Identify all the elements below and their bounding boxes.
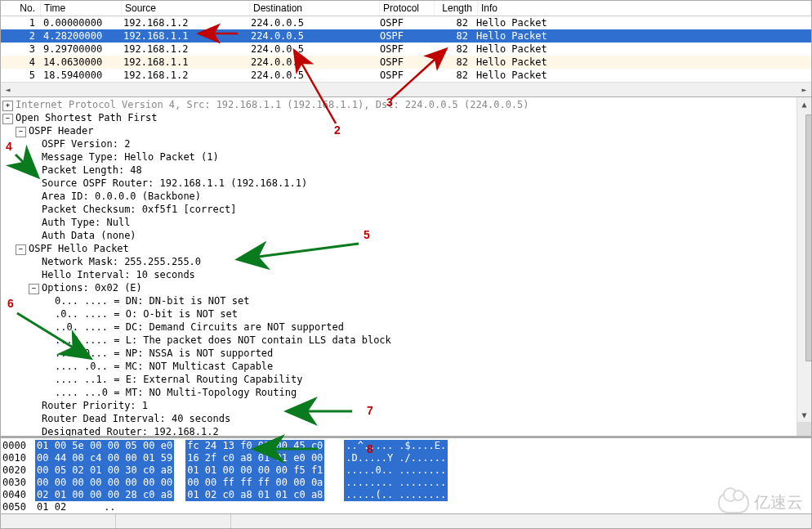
ospf-src-router[interactable]: Source OSPF Router: 192.168.1.1 (192.168… [2, 177, 811, 190]
cell: 5 [1, 69, 40, 82]
hello-priority[interactable]: Router Priority: 1 [2, 399, 811, 412]
cell: 82 [431, 43, 473, 56]
hex-offset: 0000 [2, 440, 35, 452]
scroll-down-icon[interactable]: ▼ [797, 408, 811, 422]
hello-mask[interactable]: Network Mask: 255.255.255.0 [2, 255, 811, 268]
cell: OSPF [377, 69, 431, 82]
ospf-version[interactable]: OSPF Version: 2 [2, 137, 811, 150]
cloud-icon [718, 492, 749, 513]
hex-bytes: 01 02 [35, 501, 68, 513]
watermark-text: 亿速云 [754, 491, 803, 513]
opt-l[interactable]: ...0 .... = L: The packet does NOT conta… [2, 334, 811, 347]
opt-np[interactable]: .... 0... = NP: NSSA is NOT supported [2, 347, 811, 360]
hex-bytes: fc 24 13 f0 08 00 45 c0 [185, 440, 324, 452]
hello-dead[interactable]: Router Dead Interval: 40 seconds [2, 412, 811, 425]
opt-mt[interactable]: .... ...0 = MT: NO Multi-Topology Routin… [2, 386, 811, 399]
packet-row[interactable]: 24.28200000192.168.1.1224.0.0.5OSPF82Hel… [1, 29, 811, 43]
ospf-checksum[interactable]: Packet Checksum: 0xf5f1 [correct] [2, 203, 811, 216]
ospf-hello-line[interactable]: −OSPF Hello Packet [2, 242, 811, 255]
status-cell [1, 514, 116, 528]
ospf-area[interactable]: Area ID: 0.0.0.0 (Backbone) [2, 190, 811, 203]
opt-o[interactable]: .0.. .... = O: O-bit is NOT set [2, 307, 811, 321]
ospf-authdata[interactable]: Auth Data (none) [2, 229, 811, 242]
cell: OSPF [377, 29, 431, 43]
hex-line[interactable]: 004002 01 00 00 00 28 c0 a801 02 c0 a8 0… [2, 489, 811, 501]
scroll-left-icon[interactable]: ◄ [1, 83, 15, 96]
collapse-icon[interactable]: − [29, 284, 39, 294]
hex-ascii: ..^..... .$....E. [344, 440, 448, 452]
packet-row[interactable]: 414.0630000192.168.1.1224.0.0.5OSPF82Hel… [1, 56, 811, 69]
collapse-icon[interactable]: − [2, 114, 13, 124]
cell: Hello Packet [473, 43, 811, 56]
hello-interval[interactable]: Hello Interval: 10 seconds [2, 268, 811, 281]
hex-ascii: .....(.. ........ [344, 489, 448, 501]
scroll-up-icon[interactable]: ▲ [797, 97, 811, 111]
scroll-right-icon[interactable]: ► [797, 83, 811, 96]
vscroll-thumb[interactable] [805, 114, 812, 361]
cell: 192.168.1.2 [120, 69, 248, 82]
hex-bytes: 01 00 5e 00 00 05 00 e0 [35, 440, 174, 452]
cell: 224.0.0.5 [248, 69, 377, 82]
packet-row[interactable]: 518.5940000192.168.1.2224.0.0.5OSPF82Hel… [1, 69, 811, 82]
status-bar [1, 513, 811, 528]
hex-line[interactable]: 002000 05 02 01 00 30 c0 a801 01 00 00 0… [2, 464, 811, 477]
hex-line[interactable]: 003000 00 00 00 00 00 00 0000 00 ff ff f… [2, 477, 811, 489]
details-vscrollbar[interactable]: ▲ ▼ [796, 97, 811, 436]
hex-offset: 0010 [2, 452, 35, 464]
collapse-icon[interactable]: − [16, 127, 26, 137]
cell: Hello Packet [473, 69, 811, 82]
cell: Hello Packet [473, 29, 811, 43]
cell: 4 [1, 56, 40, 69]
packet-row[interactable]: 39.29700000192.168.1.2224.0.0.5OSPF82Hel… [1, 43, 811, 56]
opt-mc[interactable]: .... .0.. = MC: NOT Multicast Capable [2, 360, 811, 373]
ip-layer-line[interactable]: +Internet Protocol Version 4, Src: 192.1… [2, 98, 811, 111]
packet-row[interactable]: 10.00000000192.168.1.2224.0.0.5OSPF82Hel… [1, 16, 811, 29]
col-header-length[interactable]: Length [435, 1, 478, 16]
hscrollbar[interactable]: ◄ ► [1, 82, 811, 96]
cell: OSPF [377, 16, 431, 29]
cell: 1 [1, 16, 40, 29]
packet-details-pane[interactable]: +Internet Protocol Version 4, Src: 192.1… [1, 97, 811, 437]
col-header-dest[interactable]: Destination [250, 1, 380, 16]
opt-dc[interactable]: ..0. .... = DC: Demand Circuits are NOT … [2, 321, 811, 334]
col-header-protocol[interactable]: Protocol [380, 1, 435, 16]
col-header-source[interactable]: Source [122, 1, 250, 16]
scroll-corner [797, 422, 811, 436]
hello-options[interactable]: −Options: 0x02 (E) [2, 281, 811, 294]
hex-bytes: 01 02 c0 a8 01 01 c0 a8 [185, 489, 324, 501]
hex-dump-pane[interactable]: 000001 00 5e 00 00 05 00 e0fc 24 13 f0 0… [1, 437, 811, 513]
cell: 192.168.1.1 [120, 56, 248, 69]
cell: Hello Packet [473, 16, 811, 29]
hello-dr[interactable]: Designated Router: 192.168.1.2 [2, 425, 811, 437]
ospf-pktlen[interactable]: Packet Length: 48 [2, 164, 811, 177]
hex-line[interactable]: 001000 44 00 c4 00 00 01 5916 2f c0 a8 0… [2, 452, 811, 464]
collapse-icon[interactable]: − [16, 244, 26, 255]
col-header-info[interactable]: Info [478, 1, 811, 16]
col-header-no[interactable]: No. [1, 1, 41, 16]
cell: Hello Packet [473, 56, 811, 69]
cell: 0.00000000 [40, 16, 120, 29]
cell: 224.0.0.5 [248, 56, 377, 69]
hex-line[interactable]: 005001 02.. [2, 501, 811, 513]
opt-e[interactable]: .... ..1. = E: External Routing Capabili… [2, 373, 811, 386]
cell: 224.0.0.5 [248, 16, 377, 29]
hex-bytes: 00 05 02 01 00 30 c0 a8 [35, 464, 174, 477]
expand-icon[interactable]: + [2, 101, 13, 111]
hex-offset: 0040 [2, 489, 35, 501]
cell: 224.0.0.5 [248, 29, 377, 43]
cell: 4.28200000 [40, 29, 120, 43]
ospf-header-line[interactable]: −OSPF Header [2, 124, 811, 137]
col-header-time[interactable]: Time [41, 1, 122, 16]
opt-dn[interactable]: 0... .... = DN: DN-bit is NOT set [2, 294, 811, 307]
hex-ascii: .. [102, 501, 117, 513]
cell: OSPF [377, 56, 431, 69]
hex-ascii: ........ ........ [344, 477, 448, 489]
ospf-layer-line[interactable]: −Open Shortest Path First [2, 111, 811, 124]
status-cell [116, 514, 231, 528]
ospf-authtype[interactable]: Auth Type: Null [2, 216, 811, 229]
packet-list-pane: No. Time Source Destination Protocol Len… [1, 1, 811, 97]
packet-list-body[interactable]: 10.00000000192.168.1.2224.0.0.5OSPF82Hel… [1, 16, 811, 82]
hex-line[interactable]: 000001 00 5e 00 00 05 00 e0fc 24 13 f0 0… [2, 440, 811, 452]
ospf-msgtype[interactable]: Message Type: Hello Packet (1) [2, 150, 811, 164]
hex-ascii: .D.....Y ./...... [344, 452, 448, 464]
